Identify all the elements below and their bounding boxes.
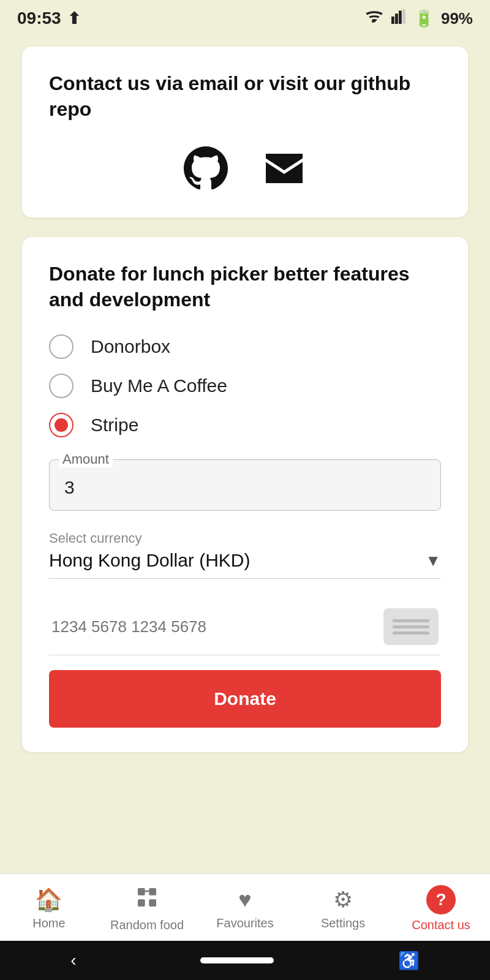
svg-rect-3 bbox=[402, 9, 405, 24]
card-icon bbox=[383, 608, 439, 645]
currency-select[interactable]: Hong Kong Dollar (HKD) ▼ bbox=[49, 550, 441, 579]
donorbox-option[interactable]: Donorbox bbox=[49, 334, 441, 359]
nav-random-food[interactable]: Random food bbox=[110, 885, 184, 932]
contact-card-title: Contact us via email or visit our github… bbox=[49, 71, 441, 122]
nav-home-label: Home bbox=[32, 916, 65, 930]
nav-home[interactable]: 🏠 Home bbox=[12, 887, 86, 930]
card-chip-line-2 bbox=[393, 625, 429, 628]
donorbox-radio[interactable] bbox=[49, 334, 74, 359]
home-pill[interactable] bbox=[200, 957, 274, 963]
launcher-icon: ⬆ bbox=[67, 9, 81, 28]
amount-label: Amount bbox=[59, 451, 113, 467]
amount-field-wrapper: Amount bbox=[49, 459, 441, 511]
donate-card-title: Donate for lunch picker better features … bbox=[49, 262, 441, 312]
stripe-radio-inner bbox=[55, 418, 68, 432]
svg-rect-0 bbox=[391, 17, 394, 24]
nav-favourites-label: Favourites bbox=[216, 916, 273, 930]
accessibility-button[interactable]: ♿ bbox=[381, 943, 437, 978]
wifi-icon bbox=[365, 9, 383, 28]
signal-icon bbox=[391, 9, 407, 28]
card-number-input[interactable] bbox=[51, 617, 383, 636]
github-icon bbox=[184, 146, 228, 190]
buymeacoffee-radio[interactable] bbox=[49, 374, 74, 398]
chevron-down-icon: ▼ bbox=[425, 551, 441, 570]
status-time: 09:53 bbox=[17, 9, 61, 28]
github-link[interactable] bbox=[181, 144, 230, 193]
donate-button[interactable]: Donate bbox=[49, 670, 441, 728]
donate-card: Donate for lunch picker better features … bbox=[22, 237, 468, 752]
card-chip-line-1 bbox=[393, 619, 429, 622]
currency-section: Select currency Hong Kong Dollar (HKD) ▼ bbox=[49, 530, 441, 579]
svg-rect-6 bbox=[138, 899, 145, 907]
stripe-label: Stripe bbox=[91, 415, 138, 435]
nav-contact-us-label: Contact us bbox=[412, 918, 470, 932]
buymeacoffee-option[interactable]: Buy Me A Coffee bbox=[49, 374, 441, 398]
currency-value: Hong Kong Dollar (HKD) bbox=[49, 550, 250, 571]
buymeacoffee-label: Buy Me A Coffee bbox=[91, 375, 227, 396]
status-bar: 09:53 ⬆ 🔋 99% bbox=[0, 0, 490, 34]
contact-icons bbox=[49, 144, 441, 193]
nav-contact-us[interactable]: ? Contact us bbox=[404, 885, 478, 932]
nav-settings[interactable]: ⚙ Settings bbox=[306, 887, 380, 930]
main-content: Contact us via email or visit our github… bbox=[0, 34, 490, 980]
contact-card: Contact us via email or visit our github… bbox=[22, 47, 468, 217]
battery-icon: 🔋 bbox=[414, 9, 434, 28]
nav-random-food-label: Random food bbox=[110, 918, 184, 932]
donorbox-label: Donorbox bbox=[91, 336, 170, 357]
android-nav-bar: ‹ ♿ bbox=[0, 941, 490, 980]
settings-icon: ⚙ bbox=[333, 887, 353, 913]
svg-rect-1 bbox=[395, 13, 398, 24]
card-chip bbox=[393, 619, 429, 635]
card-number-row bbox=[49, 598, 441, 655]
currency-label: Select currency bbox=[49, 530, 441, 546]
svg-rect-7 bbox=[149, 899, 156, 907]
email-icon bbox=[262, 146, 306, 190]
svg-rect-2 bbox=[399, 10, 402, 24]
battery-percent: 99% bbox=[441, 9, 473, 28]
donation-method-group: Donorbox Buy Me A Coffee Stripe bbox=[49, 334, 441, 437]
nav-settings-label: Settings bbox=[321, 916, 365, 930]
back-button[interactable]: ‹ bbox=[53, 943, 93, 978]
nav-favourites[interactable]: ♥ Favourites bbox=[208, 887, 282, 930]
contact-us-badge-icon: ? bbox=[426, 885, 456, 914]
stripe-radio[interactable] bbox=[49, 413, 74, 437]
email-link[interactable] bbox=[260, 144, 309, 193]
home-icon: 🏠 bbox=[35, 887, 62, 913]
bottom-nav: 🏠 Home Random food ♥ Favourites ⚙ Settin… bbox=[0, 873, 490, 941]
random-food-icon bbox=[135, 885, 159, 914]
stripe-option[interactable]: Stripe bbox=[49, 413, 441, 437]
favourites-icon: ♥ bbox=[238, 887, 251, 913]
card-chip-line-3 bbox=[393, 631, 429, 635]
